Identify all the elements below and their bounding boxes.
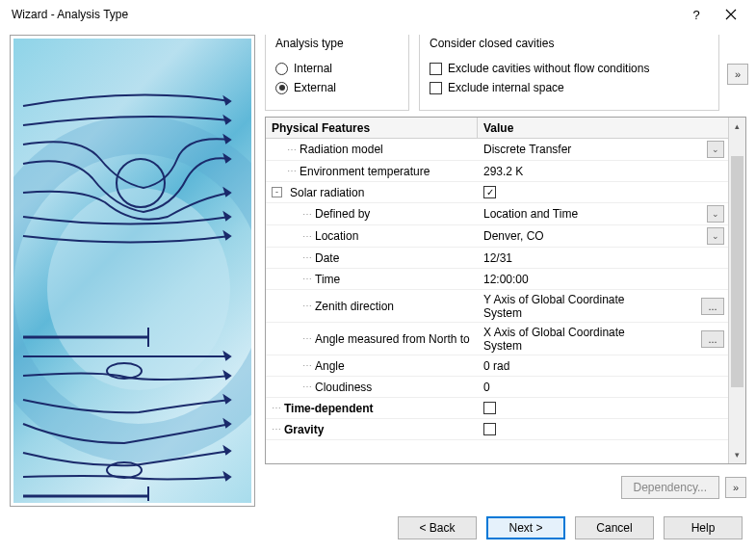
chk-exclude-internal[interactable]: Exclude internal space [430,81,709,94]
feature-name: Cloudiness [315,381,372,394]
back-button[interactable]: < Back [398,516,477,539]
value-cell[interactable] [478,423,728,435]
value-text: 12:00:00 [483,273,529,286]
value-text: Discrete Transfer [483,143,571,156]
tree-collapse-icon[interactable]: - [272,187,282,197]
help-button[interactable]: Help [664,516,743,539]
grid-header-value[interactable]: Value [478,121,728,135]
value-cell[interactable]: Discrete Transfer⌄ [478,141,728,158]
value-text: 0 [483,381,490,394]
tree-dots-icon: ⋯ [302,274,311,284]
checkbox-icon[interactable] [483,402,496,414]
close-icon[interactable] [714,0,748,29]
feature-name: Gravity [284,423,324,436]
value-cell[interactable]: 293.2 K [478,165,728,178]
grid-row[interactable]: ⋯Zenith directionY Axis of Global Coordi… [266,290,728,323]
value-text: X Axis of Global Coordinate System [483,326,628,353]
grid-row[interactable]: ⋯LocationDenver, CO⌄ [266,225,728,248]
tree-dots-icon: ⋯ [302,333,311,344]
ellipsis-button[interactable]: ... [701,298,724,315]
feature-name: Angle [315,359,345,373]
tree-dots-icon: ⋯ [302,252,311,263]
checkbox-icon[interactable] [483,186,496,198]
cancel-button[interactable]: Cancel [575,516,654,539]
feature-cell: ⋯Zenith direction [266,300,478,313]
grid-row[interactable]: ⋯Radiation modelDiscrete Transfer⌄ [266,139,728,161]
value-text: 0 rad [483,359,509,373]
feature-name: Location [315,229,358,243]
value-text: 12/31 [483,251,512,265]
grid-row[interactable]: ⋯Gravity [266,419,728,440]
feature-cell: ⋯Environment temperature [266,165,478,178]
expand-icon[interactable]: » [725,477,746,498]
feature-name: Angle measured from North to [315,332,470,346]
grid-row[interactable]: ⋯Cloudiness0 [266,377,728,398]
tree-dots-icon: ⋯ [287,166,296,176]
help-icon[interactable]: ? [679,0,714,29]
value-text: Denver, CO [483,229,544,243]
value-cell[interactable]: 12:00:00 [478,273,728,286]
value-cell[interactable] [478,402,728,414]
tree-dots-icon: ⋯ [287,145,296,155]
scroll-down-icon[interactable]: ▾ [729,446,745,463]
chk-exclude-flow[interactable]: Exclude cavities without flow conditions [430,62,709,75]
value-cell[interactable]: 12/31 [478,251,728,265]
cavities-group: Consider closed cavities Exclude cavitie… [419,35,719,111]
chevron-down-icon[interactable]: ⌄ [707,141,724,158]
value-cell[interactable]: Location and Time⌄ [478,205,728,223]
scrollbar[interactable]: ▴ ▾ [728,118,745,463]
chevron-down-icon[interactable]: ⌄ [707,227,724,245]
feature-cell: ⋯Angle measured from North to [266,332,478,346]
value-cell[interactable]: Y Axis of Global Coordinate System... [478,293,728,320]
chk-label: Exclude internal space [448,81,564,94]
tree-dots-icon: ⋯ [302,381,311,392]
feature-cell: ⋯Angle [266,359,478,373]
grid-row[interactable]: ⋯Time12:00:00 [266,269,728,290]
feature-name: Radiation model [300,143,383,156]
grid-row[interactable]: ⋯Angle0 rad [266,355,728,377]
grid-row[interactable]: -Solar radiation [266,182,728,203]
scroll-up-icon[interactable]: ▴ [729,118,745,135]
tree-dots-icon: ⋯ [302,209,311,220]
grid-row[interactable]: ⋯Time-dependent [266,398,728,419]
preview-image [10,35,255,507]
value-cell[interactable]: 0 [478,381,728,394]
radio-external[interactable]: External [275,81,399,94]
checkbox-icon [430,63,442,75]
radio-internal[interactable]: Internal [275,62,399,75]
grid-row[interactable]: ⋯Angle measured from North toX Axis of G… [266,323,728,355]
grid-row[interactable]: ⋯Date12/31 [266,248,728,269]
feature-cell: ⋯Defined by [266,207,478,221]
feature-cell: ⋯Time-dependent [266,402,478,415]
grid-header-features[interactable]: Physical Features [266,118,478,138]
tree-dots-icon: ⋯ [272,403,280,413]
value-cell[interactable]: X Axis of Global Coordinate System... [478,326,728,353]
analysis-type-group: Analysis type Internal External [265,35,409,111]
value-cell[interactable]: 0 rad [478,359,728,373]
expand-icon[interactable]: » [727,64,748,85]
chk-label: Exclude cavities without flow conditions [448,62,649,75]
value-cell[interactable] [478,186,728,198]
radio-icon [275,63,288,75]
grid-header: Physical Features Value [266,118,728,139]
ellipsis-button[interactable]: ... [701,330,724,348]
tree-dots-icon: ⋯ [302,231,311,242]
next-button[interactable]: Next > [486,516,565,539]
feature-cell: ⋯Cloudiness [266,381,478,394]
tree-dots-icon: ⋯ [302,360,311,371]
feature-cell: ⋯Date [266,251,478,265]
radio-label: Internal [294,62,332,75]
grid-row[interactable]: ⋯Defined byLocation and Time⌄ [266,203,728,225]
checkbox-icon[interactable] [483,423,496,435]
feature-name: Defined by [315,207,370,221]
radio-label: External [294,81,336,94]
cavities-label: Consider closed cavities [430,37,554,50]
feature-name: Time-dependent [284,402,373,415]
grid-row[interactable]: ⋯Environment temperature293.2 K [266,161,728,182]
chevron-down-icon[interactable]: ⌄ [707,205,724,223]
value-cell[interactable]: Denver, CO⌄ [478,227,728,245]
scroll-thumb[interactable] [731,156,743,387]
feature-name: Solar radiation [290,186,364,199]
title-bar: Wizard - Analysis Type ? [0,0,756,29]
feature-cell: ⋯Time [266,273,478,286]
